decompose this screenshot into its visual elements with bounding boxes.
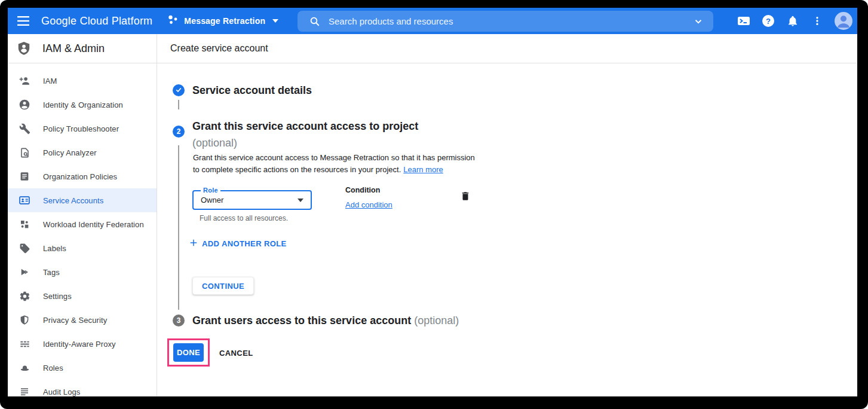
sidebar-item-settings[interactable]: Settings [8, 284, 157, 308]
sidebar-item-identity-organization[interactable]: Identity & Organization [8, 93, 157, 117]
sidebar-nav: IAM Identity & Organization Policy Troub… [8, 63, 157, 396]
sidebar-item-audit-logs[interactable]: Audit Logs [8, 380, 157, 396]
step2-title: Grant this service account access to pro… [192, 118, 418, 151]
step2-description: Grant this service account access to Mes… [193, 152, 475, 176]
wrench-icon [19, 123, 30, 135]
gear-icon [19, 290, 30, 302]
search-input[interactable] [329, 16, 693, 26]
sidebar-item-policy-analyzer[interactable]: Policy Analyzer [8, 141, 157, 164]
checkmark-icon [175, 86, 182, 95]
condition-label: Condition [345, 186, 380, 194]
step2-optional-label: (optional) [192, 137, 237, 149]
proxy-stripes-icon [19, 338, 30, 350]
role-selected-value: Owner [201, 196, 223, 204]
chevron-down-icon [272, 19, 278, 23]
brand-title: Google Cloud Platform [41, 15, 152, 28]
label-tag-icon [19, 242, 30, 254]
shield-icon [19, 314, 30, 326]
step-connector [178, 100, 179, 109]
sidebar-title: IAM & Admin [42, 42, 105, 55]
sidebar-header: IAM & Admin [8, 34, 157, 63]
page-title: Create service account [170, 43, 268, 54]
step3-optional-label: (optional) [414, 315, 459, 326]
project-name: Message Retraction [184, 16, 265, 26]
person-add-icon [19, 75, 30, 87]
sidebar-item-workload-identity-federation[interactable]: Workload Identity Federation [8, 212, 157, 236]
add-condition-link[interactable]: Add condition [345, 200, 392, 209]
step2-badge: 2 [173, 126, 185, 138]
annotation-highlight-box: DONE [167, 338, 210, 367]
learn-more-link[interactable]: Learn more [403, 165, 443, 174]
role-helper-text: Full access to all resources. [200, 214, 288, 222]
step3-title: Grant users access to this service accou… [192, 312, 459, 329]
hat-icon [19, 362, 30, 374]
top-app-bar: Google Cloud Platform Message Retraction [8, 8, 857, 34]
tag-arrow-icon [19, 266, 30, 278]
sidebar-item-labels[interactable]: Labels [8, 236, 157, 260]
search-bar [297, 11, 713, 32]
topbar-actions [737, 8, 852, 34]
step1-complete-badge [173, 84, 185, 96]
role-field-label: Role [201, 187, 220, 194]
main-content: Create service account Service account d… [157, 34, 857, 396]
more-vertical-icon[interactable] [810, 14, 824, 28]
continue-button[interactable]: CONTINUE [192, 277, 254, 295]
account-circle-icon [19, 99, 30, 111]
add-another-role-button[interactable]: ADD ANOTHER ROLE [189, 239, 287, 249]
search-icon [309, 16, 320, 27]
page-header: Create service account [157, 34, 857, 63]
sidebar-item-roles[interactable]: Roles [8, 356, 157, 380]
sidebar: IAM & Admin IAM Identity & Organization [8, 34, 157, 396]
step3-badge: 3 [173, 315, 185, 326]
sidebar-item-identity-aware-proxy[interactable]: Identity-Aware Proxy [8, 332, 157, 356]
step1-title: Service account details [192, 82, 312, 99]
project-selector[interactable]: Message Retraction [168, 15, 278, 27]
notifications-bell-icon[interactable] [786, 14, 800, 28]
delete-role-button[interactable] [459, 190, 472, 203]
plus-icon [189, 239, 198, 249]
list-lines-icon [19, 386, 30, 396]
sidebar-item-policy-troubleshooter[interactable]: Policy Troubleshooter [8, 117, 157, 141]
screenshot-frame: Google Cloud Platform Message Retraction [0, 0, 868, 409]
sidebar-item-organization-policies[interactable]: Organization Policies [8, 164, 157, 188]
cancel-button[interactable]: CANCEL [219, 345, 253, 361]
done-button[interactable]: DONE [173, 343, 204, 362]
document-lines-icon [19, 170, 30, 182]
search-expand-chevron-icon[interactable] [693, 16, 704, 27]
step-connector [178, 145, 179, 310]
dropdown-arrow-icon [297, 199, 303, 202]
cloud-shell-icon[interactable] [737, 14, 751, 28]
role-select[interactable]: Role Owner [192, 190, 312, 210]
sidebar-item-privacy-security[interactable]: Privacy & Security [8, 308, 157, 332]
sidebar-item-iam[interactable]: IAM [8, 69, 157, 93]
iam-admin-shield-icon [16, 41, 32, 56]
sidebar-item-tags[interactable]: Tags [8, 260, 157, 284]
project-icon [168, 15, 178, 27]
menu-icon[interactable] [15, 13, 32, 29]
account-avatar[interactable] [835, 12, 852, 30]
browser-viewport: Google Cloud Platform Message Retraction [8, 8, 857, 396]
workload-squares-icon [19, 218, 30, 230]
help-icon[interactable] [761, 14, 775, 28]
sidebar-item-service-accounts[interactable]: Service Accounts [8, 188, 157, 212]
policy-analyzer-icon [19, 146, 30, 158]
trash-icon [460, 191, 471, 203]
service-account-badge-icon [19, 194, 30, 206]
